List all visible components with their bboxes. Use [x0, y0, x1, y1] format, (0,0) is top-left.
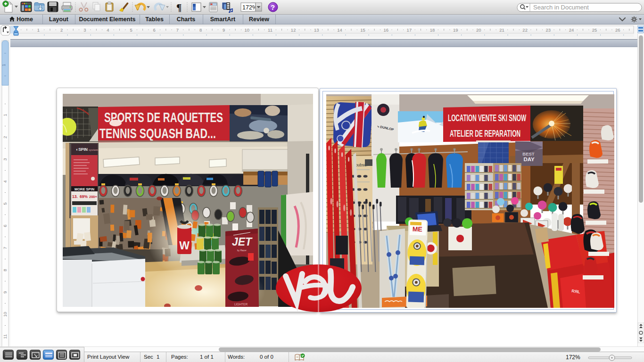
svg-text:11: 11: [268, 27, 272, 33]
svg-text:7: 7: [176, 27, 179, 33]
svg-text:23: 23: [546, 27, 551, 33]
svg-text:8: 8: [199, 27, 202, 33]
svg-text:6: 6: [2, 224, 8, 227]
svg-text:69%: 69%: [80, 194, 88, 199]
svg-text:6: 6: [153, 27, 156, 33]
svg-text:13: 13: [314, 27, 319, 33]
svg-text:9: 9: [223, 27, 225, 33]
svg-text:26: 26: [615, 27, 620, 33]
svg-text:1: 1: [1, 64, 6, 66]
svg-text:4: 4: [2, 180, 8, 182]
svg-text:4: 4: [107, 27, 109, 33]
svg-text:by Racer: by Racer: [237, 249, 247, 252]
svg-text:16: 16: [383, 27, 388, 33]
svg-text:12: 12: [291, 27, 296, 33]
svg-text:MORE SPIN: MORE SPIN: [74, 187, 94, 191]
svg-text:18: 18: [430, 27, 435, 33]
svg-text:JET: JET: [232, 236, 253, 248]
svg-text:W: W: [179, 239, 190, 252]
svg-text:8: 8: [2, 269, 8, 271]
svg-text:14: 14: [337, 27, 342, 33]
svg-text:9: 9: [2, 291, 8, 293]
svg-text:3: 3: [83, 27, 86, 33]
svg-text:7: 7: [2, 247, 8, 249]
svg-text:TENNIS SQUASH BAD...: TENNIS SQUASH BAD...: [99, 125, 216, 141]
svg-text:172%: 172%: [242, 4, 257, 11]
svg-text:13.: 13.: [72, 194, 78, 199]
svg-text:SPORTS DE RAQUETTES: SPORTS DE RAQUETTES: [104, 109, 223, 125]
svg-text:5: 5: [130, 27, 132, 33]
svg-text:10: 10: [2, 312, 8, 317]
svg-text:21: 21: [499, 27, 504, 33]
svg-text:¶: ¶: [176, 2, 182, 13]
svg-text:200+: 200+: [89, 195, 98, 199]
svg-text:ATELIER DE REPARATION: ATELIER DE REPARATION: [450, 128, 520, 139]
svg-text:11: 11: [2, 334, 8, 339]
svg-text:17: 17: [407, 27, 412, 33]
svg-text:19: 19: [453, 27, 458, 33]
svg-text:25: 25: [592, 27, 597, 33]
svg-text:LIGHTER: LIGHTER: [234, 303, 248, 306]
svg-text:3: 3: [2, 158, 8, 160]
svg-text:LOCATION VENTE SKI SNOW: LOCATION VENTE SKI SNOW: [448, 113, 526, 123]
svg-text:5: 5: [2, 202, 8, 205]
svg-text:10: 10: [245, 27, 250, 33]
svg-text:1: 1: [2, 114, 8, 116]
svg-text:1: 1: [37, 27, 40, 33]
svg-text:2: 2: [2, 136, 8, 138]
svg-text:24: 24: [569, 27, 574, 33]
svg-text:?: ?: [271, 3, 275, 11]
svg-text:15: 15: [360, 27, 365, 33]
svg-text:BEST: BEST: [522, 151, 535, 156]
svg-text:2: 2: [60, 27, 63, 33]
svg-text:ME: ME: [413, 225, 422, 233]
svg-text:20: 20: [476, 27, 481, 33]
svg-text:22: 22: [522, 27, 528, 33]
svg-text:DAY: DAY: [523, 156, 535, 162]
svg-text:Search in Document: Search in Document: [533, 4, 589, 11]
